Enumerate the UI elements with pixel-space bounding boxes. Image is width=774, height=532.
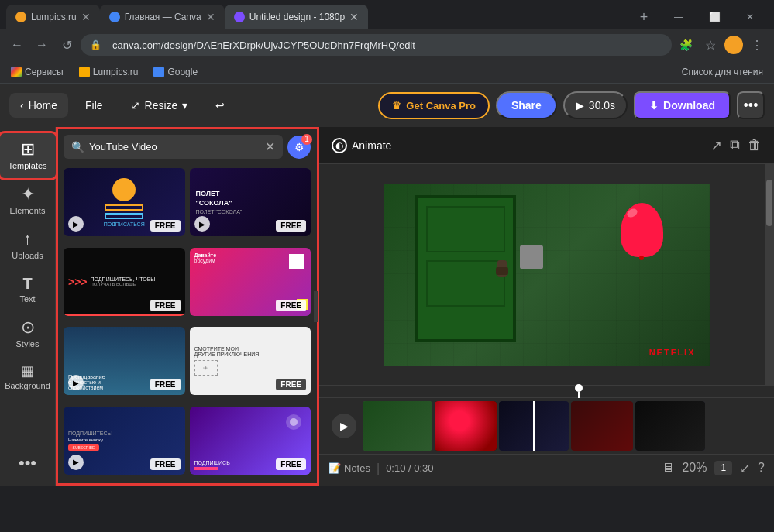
address-text: canva.com/design/DAEnErXDrpk/UjvJCYP5OUd… (106, 36, 662, 54)
notes-button[interactable]: 📝 Notes (329, 462, 370, 474)
address-input[interactable]: 🔒 canva.com/design/DAEnErXDrpk/UjvJCYP5O… (81, 34, 672, 56)
timeline-clips (363, 401, 762, 451)
undo-button[interactable]: ↩ (205, 93, 236, 118)
duplicate-icon[interactable]: ⧉ (730, 137, 740, 154)
template-card-5[interactable]: Преподавание с ясностью и спокойствием ▶… (64, 327, 185, 395)
file-button[interactable]: File (74, 93, 114, 118)
bookmark-button[interactable]: ☆ (700, 34, 721, 56)
more-icon: ••• (19, 455, 36, 472)
search-clear-icon[interactable]: ✕ (265, 139, 275, 154)
menu-button[interactable]: ⋮ (746, 34, 768, 56)
timeline-clip-5[interactable] (635, 401, 705, 451)
profile-button[interactable] (724, 36, 743, 54)
more-options-button[interactable]: ••• (737, 91, 765, 119)
timeline-clip-4[interactable] (571, 401, 633, 451)
ellipsis-icon: ••• (744, 98, 759, 114)
sidebar-item-uploads[interactable]: ↑ Uploads (0, 223, 56, 268)
template-card-8[interactable]: ПОДПИШИСЬ FREE (190, 407, 311, 475)
close-button[interactable]: ✕ (732, 5, 768, 29)
template-card-6[interactable]: СМОТРИТЕ МОИ ДРУГИЕ ПРИКЛЮЧЕНИЯ ✈ FREE (190, 327, 311, 395)
back-button[interactable]: ← (6, 34, 28, 56)
timer-button[interactable]: ▶ 30.0s (563, 91, 628, 119)
fullscreen-icon[interactable]: ⤢ (740, 461, 750, 475)
panel-collapse-button[interactable]: › (314, 291, 319, 322)
monitor-icon[interactable]: 🖥 (662, 461, 674, 475)
tab-canva-design[interactable]: Untitled design - 1080p ✕ (225, 5, 368, 29)
trash-icon[interactable]: 🗑 (748, 137, 762, 154)
canvas-viewport[interactable]: NETFLIX (319, 164, 774, 385)
search-input-wrap[interactable]: 🔍 ✕ (64, 135, 283, 159)
restore-button[interactable]: ⬜ (697, 5, 732, 29)
home-button[interactable]: ‹ Home (9, 93, 68, 118)
tab-close-lumpics[interactable]: ✕ (81, 11, 91, 23)
sidebar-item-background[interactable]: ▦ Background (0, 356, 56, 398)
timeline-play-button[interactable]: ▶ (332, 414, 356, 438)
tab-title-canva-home: Главная — Canva (125, 12, 201, 22)
canvas-scrollbar-v[interactable] (765, 164, 774, 385)
share-button[interactable]: Share (496, 91, 557, 119)
sidebar-item-elements[interactable]: ✦ Elements (0, 178, 56, 223)
timeline-clip-1[interactable] (363, 401, 432, 451)
canvas-scroll-thumb-v (766, 180, 772, 226)
search-filter-button[interactable]: ⚙ 1 (287, 136, 311, 159)
extensions-button[interactable]: 🧩 (675, 34, 697, 56)
animate-button[interactable]: ◐ Animate (332, 138, 391, 153)
notes-label: Notes (344, 462, 370, 474)
reading-list-label: Список для чтения (682, 67, 763, 77)
minimize-button[interactable]: — (661, 5, 697, 29)
bottom-bar: 📝 Notes | 0:10 / 0:30 🖥 20% 1 ⤢ ? (319, 454, 774, 482)
bookmark-google[interactable]: Google (149, 65, 202, 79)
template-card-7[interactable]: ПОДПИШИТЕСЬ! Нажмите кнопку SUBSCRIBE ▶ … (64, 407, 185, 475)
template-card-3[interactable]: >>> ПОДПИШИТЕСЬ, ЧТОБЫ ПОЛУЧАТЬ БОЛЬШЕ F… (64, 248, 185, 316)
chevron-left-icon: ‹ (20, 99, 24, 112)
template-play-icon-1: ▶ (68, 216, 84, 232)
download-icon: ⬇ (649, 99, 659, 112)
bookmark-lumpics[interactable]: Lumpics.ru (74, 65, 143, 79)
refresh-button[interactable]: ↺ (56, 34, 77, 56)
reading-list-button[interactable]: Список для чтения (677, 65, 768, 79)
sidebar-elements-label: Elements (10, 206, 46, 215)
zoom-display: 20% (682, 461, 707, 475)
window-controls: — ⬜ ✕ (661, 5, 768, 29)
sidebar-item-more[interactable]: ••• (0, 447, 56, 479)
forward-button[interactable]: → (31, 34, 53, 56)
bottom-divider: | (377, 462, 380, 475)
template-card-2[interactable]: ПОЛЕТ"СОКОЛА" ПОЛЕТ "СОКОЛА" ▶ FREE (190, 168, 311, 236)
resize-button[interactable]: ⤢ Resize ▾ (120, 93, 199, 118)
download-label: Download (663, 99, 715, 112)
tab-lumpics[interactable]: Lumpics.ru ✕ (6, 5, 100, 29)
netflix-text: NETFLIX (649, 348, 696, 357)
help-icon[interactable]: ? (758, 461, 765, 475)
bookmark-services[interactable]: Сервисы (6, 65, 68, 79)
timeline-clip-3[interactable] (499, 401, 569, 451)
chevron-down-icon: ▾ (182, 99, 187, 112)
bookmark-lumpics-icon (79, 67, 90, 77)
sidebar-item-text[interactable]: T Text (0, 268, 56, 311)
sidebar-item-templates[interactable]: ⊞ Templates (0, 133, 56, 178)
play-icon: ▶ (340, 420, 349, 432)
tab-close-canva-design[interactable]: ✕ (349, 11, 359, 23)
template-card-1[interactable]: ПОДПИСАТЬСЯ ▶ FREE (64, 168, 185, 236)
canvas-image: NETFLIX (384, 184, 710, 366)
tab-close-canva-home[interactable]: ✕ (206, 11, 215, 23)
open-external-icon[interactable]: ↗ (710, 137, 722, 154)
animate-label: Animate (352, 139, 391, 152)
bookmark-google-label: Google (167, 67, 198, 77)
time-display: 0:10 / 0:30 (386, 462, 433, 474)
new-tab-button[interactable]: + (633, 6, 655, 28)
templates-panel: 🔍 ✕ ⚙ 1 › (56, 127, 319, 486)
sidebar-item-styles[interactable]: ⊙ Styles (0, 311, 56, 356)
canva-pro-button[interactable]: ♛ Get Canva Pro (378, 92, 490, 119)
timeline-clip-2[interactable] (435, 401, 497, 451)
browser-chrome: Lumpics.ru ✕ Главная — Canva ✕ Untitled … (0, 0, 774, 84)
tab-canva-home[interactable]: Главная — Canva ✕ (100, 5, 225, 29)
templates-grid: ПОДПИСАТЬСЯ ▶ FREE ПОЛЕТ"СОКОЛА" ПОЛЕТ "… (56, 163, 318, 486)
search-input[interactable] (89, 141, 260, 153)
search-icon: 🔍 (71, 141, 84, 153)
template-free-badge-8: FREE (276, 458, 306, 470)
template-card-4[interactable]: Давайте обсудим FREE (190, 248, 311, 316)
address-bar: ← → ↺ 🔒 canva.com/design/DAEnErXDrpk/Ujv… (0, 29, 774, 60)
template-free-badge-5: FREE (150, 379, 181, 390)
download-button[interactable]: ⬇ Download (634, 91, 731, 119)
canvas-top-bar: ◐ Animate ↗ ⧉ 🗑 (319, 127, 774, 164)
